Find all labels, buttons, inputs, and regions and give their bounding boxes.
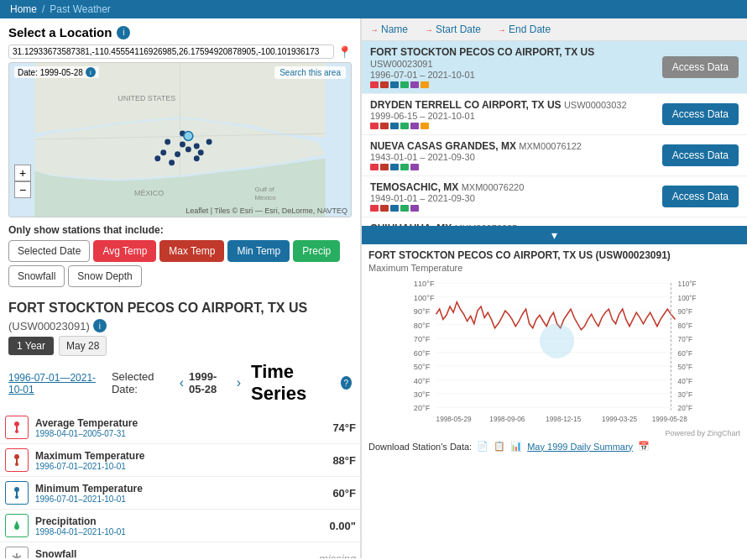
max-temp-value: 88°F	[310, 454, 356, 467]
pdf-icon[interactable]: 📋	[494, 441, 505, 452]
station-code: (USW00023091)	[8, 320, 90, 332]
calendar-icon[interactable]: 📅	[638, 441, 650, 452]
home-link[interactable]: Home	[10, 3, 37, 15]
time-series-info-icon[interactable]: ?	[341, 376, 352, 390]
svg-point-17	[198, 149, 204, 155]
filter-max-temp[interactable]: Max Temp	[159, 240, 224, 262]
svg-text:110°F: 110°F	[678, 280, 697, 288]
selected-date-row: Selected Date: ‹ 1999-05-28 ›	[112, 370, 243, 395]
station-name: FORT STOCKTON PECOS CO AIRPORT, TX US	[8, 301, 307, 316]
prev-date-button[interactable]: ‹	[178, 375, 185, 390]
svg-text:40°F: 40°F	[414, 377, 431, 385]
svg-point-20	[15, 463, 18, 466]
svg-point-14	[206, 139, 212, 145]
date-navigation: ‹ 1999-05-28 ›	[178, 370, 243, 395]
current-page: Past Weather	[50, 3, 110, 15]
nueva-casas-access-btn[interactable]: Access Data	[662, 144, 739, 166]
svg-text:1999-03-25: 1999-03-25	[602, 416, 637, 423]
time-series-label: Time Series	[251, 361, 337, 405]
zoom-out-button[interactable]: −	[14, 181, 31, 198]
precip-icon	[5, 514, 29, 537]
filter-precip[interactable]: Precip	[293, 240, 340, 262]
xls-icon[interactable]: 📊	[510, 441, 522, 452]
map-search-link[interactable]: Search this area	[274, 66, 346, 79]
nueva-casas-color-bars	[370, 164, 656, 170]
svg-text:50°F: 50°F	[678, 364, 692, 371]
svg-text:30°F: 30°F	[414, 390, 431, 399]
selected-date-value: 1999-05-28	[189, 370, 232, 395]
nueva-casas-dates: 1943-01-01 – 2021-09-30	[370, 152, 656, 162]
svg-text:50°F: 50°F	[414, 363, 431, 371]
min-temp-value: 60°F	[310, 487, 356, 500]
fort-stockton-access-btn[interactable]: Access Data	[662, 56, 739, 78]
svg-text:90°F: 90°F	[414, 307, 431, 316]
svg-text:30°F: 30°F	[678, 391, 692, 399]
filter-min-temp[interactable]: Min Temp	[227, 240, 290, 262]
station-item-dryden[interactable]: DRYDEN TERRELL CO AIRPORT, TX US USW0000…	[362, 94, 747, 135]
select-location-header: Select a Location i	[8, 25, 352, 39]
map-container[interactable]: UNITED STATES MÉXICO Gulf of Mexico	[8, 62, 352, 217]
map-date-info-icon[interactable]: i	[86, 67, 96, 77]
scroll-down-indicator[interactable]: ▾	[362, 226, 747, 244]
svg-text:70°F: 70°F	[678, 336, 692, 343]
filter-section: Only show stations that include: Selecte…	[8, 224, 352, 287]
station-dot	[165, 139, 170, 145]
svg-text:1998-09-06: 1998-09-06	[489, 416, 525, 423]
svg-text:70°F: 70°F	[414, 335, 431, 343]
col-start-date[interactable]: → Start Date	[425, 24, 481, 35]
svg-text:20°F: 20°F	[678, 405, 692, 412]
svg-text:1998-05-29: 1998-05-29	[436, 416, 472, 423]
download-row: Download Station's Data: 📄 📋 📊 May 1999 …	[368, 441, 740, 452]
daily-summary-link[interactable]: May 1999 Daily Summary	[527, 442, 633, 452]
csv-icon[interactable]: 📄	[477, 441, 488, 452]
chart-subtitle: Maximum Temperature	[368, 263, 740, 273]
fort-stockton-dates: 1996-07-01 – 2021-10-01	[370, 70, 656, 80]
map-pin-icon[interactable]: 📍	[337, 45, 352, 59]
col-end-date[interactable]: → End Date	[498, 24, 551, 35]
precip-name: Precipitation	[35, 516, 303, 527]
temosachic-access-btn[interactable]: Access Data	[662, 186, 739, 207]
filter-avg-temp[interactable]: Avg Temp	[93, 240, 156, 262]
data-list: Average Temperature 1998-04-01–2005-07-3…	[0, 411, 361, 558]
col-name[interactable]: → Name	[370, 24, 408, 35]
max-temp-name: Maximum Temperature	[35, 450, 303, 462]
map-attribution: Leaflet | Tiles © Esri — Esri, DeLorme, …	[185, 207, 347, 215]
select-location-info-icon[interactable]: i	[117, 26, 130, 39]
precip-range: 1998-04-01–2021-10-01	[35, 527, 303, 536]
max-temp-range: 1996-07-01–2021-10-01	[35, 462, 303, 471]
station-item-temosachic[interactable]: TEMOSACHIC, MX MXM00076220 1949-01-01 – …	[362, 176, 747, 217]
data-item-snowfall: Snowfall 2011-10-01–2021-08-13 missing	[0, 542, 361, 558]
data-item-min-temp: Minimum Temperature 1996-07-01–2021-10-0…	[0, 477, 361, 510]
precip-value: 0.00"	[310, 520, 356, 532]
svg-point-58	[540, 324, 574, 359]
filter-snow-depth[interactable]: Snow Depth	[68, 265, 141, 287]
svg-text:60°F: 60°F	[678, 350, 692, 358]
svg-point-18	[184, 132, 193, 141]
map-date-label: Date: 1999-05-28 i	[14, 66, 99, 78]
filter-selected-date[interactable]: Selected Date	[8, 240, 90, 262]
svg-text:80°F: 80°F	[678, 322, 692, 330]
select-location-title: Select a Location	[8, 25, 112, 39]
svg-point-11	[154, 155, 160, 161]
may-button[interactable]: May 28	[59, 336, 107, 356]
filter-snowfall[interactable]: Snowfall	[8, 265, 65, 287]
station-date-range[interactable]: 1996-07-01—2021-10-01	[8, 372, 103, 395]
svg-point-15	[194, 155, 200, 161]
svg-text:1998-12-15: 1998-12-15	[546, 416, 581, 423]
year-button[interactable]: 1 Year	[8, 337, 54, 355]
chart-title: FORT STOCKTON PECOS CO AIRPORT, TX US (U…	[368, 249, 740, 261]
coordinates-input[interactable]	[8, 44, 334, 59]
station-list: FORT STOCKTON PECOS CO AIRPORT, TX US US…	[362, 41, 747, 226]
station-item-nueva-casas[interactable]: NUEVA CASAS GRANDES, MX MXM00076122 1943…	[362, 135, 747, 176]
station-info-icon[interactable]: i	[93, 319, 107, 332]
svg-text:Mexico: Mexico	[255, 194, 277, 201]
svg-text:110°F: 110°F	[414, 280, 435, 288]
next-date-button[interactable]: ›	[235, 375, 243, 390]
zoom-in-button[interactable]: +	[14, 165, 31, 181]
svg-point-10	[160, 149, 166, 155]
dryden-access-btn[interactable]: Access Data	[662, 103, 739, 125]
svg-text:60°F: 60°F	[414, 349, 431, 358]
station-item-fort-stockton[interactable]: FORT STOCKTON PECOS CO AIRPORT, TX US US…	[362, 41, 747, 94]
station-item-chihuahua[interactable]: CHIHUAHUA, MX MXM00076225 1952-03-01 – 2…	[362, 217, 747, 226]
selected-date-label: Selected Date:	[112, 370, 171, 395]
